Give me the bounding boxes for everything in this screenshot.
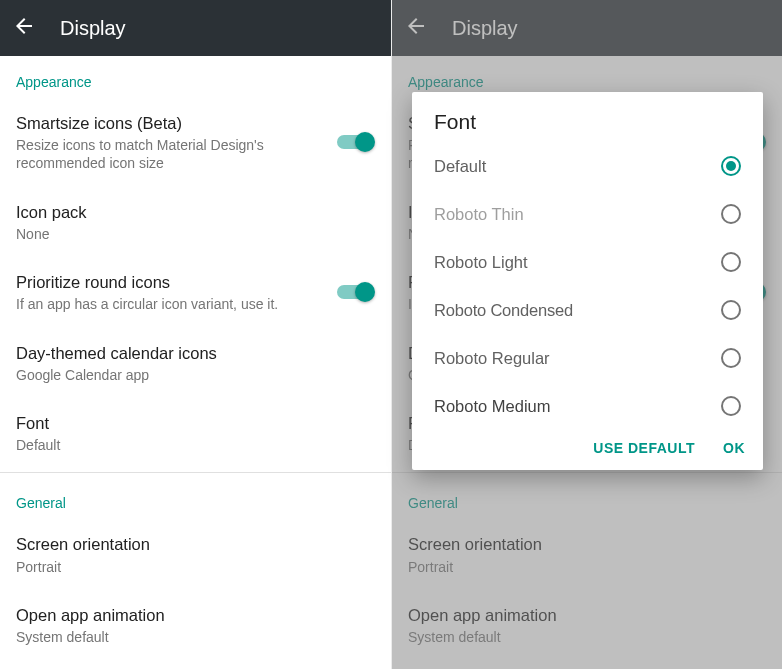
divider [0, 472, 391, 473]
item-sub: Google Calendar app [16, 366, 375, 384]
font-option-default[interactable]: Default [412, 142, 763, 190]
item-sub: Portrait [16, 558, 375, 576]
item-title: Screen orientation [16, 533, 375, 555]
ok-button[interactable]: OK [723, 440, 745, 456]
toggle-smartsize[interactable] [337, 132, 375, 152]
section-general: General [0, 477, 391, 519]
radio-icon [721, 204, 741, 224]
item-sub: System default [16, 628, 375, 646]
item-title: Open app animation [16, 604, 375, 626]
item-font[interactable]: Font Default [0, 398, 391, 468]
option-label: Roboto Regular [434, 349, 721, 368]
radio-icon [721, 300, 741, 320]
item-iconpack[interactable]: Icon pack None [0, 187, 391, 257]
font-dialog: Font Default Roboto Thin Roboto Light Ro… [412, 92, 763, 470]
item-calendar[interactable]: Day-themed calendar icons Google Calenda… [0, 328, 391, 398]
radio-icon [721, 252, 741, 272]
font-option-thin[interactable]: Roboto Thin [412, 190, 763, 238]
use-default-button[interactable]: USE DEFAULT [593, 440, 695, 456]
item-sub: If an app has a circular icon variant, u… [16, 295, 329, 313]
item-title: Prioritize round icons [16, 271, 329, 293]
section-appearance: Appearance [0, 56, 391, 98]
radio-icon [721, 348, 741, 368]
option-label: Default [434, 157, 721, 176]
item-roundicons[interactable]: Prioritize round icons If an app has a c… [0, 257, 391, 327]
dialog-title: Font [412, 110, 763, 142]
appbar: Display [0, 0, 391, 56]
item-title: Icon pack [16, 201, 375, 223]
option-label: Roboto Condensed [434, 301, 721, 320]
appbar-title: Display [60, 17, 126, 40]
item-sub: Resize icons to match Material Design's … [16, 136, 329, 172]
radio-icon [721, 396, 741, 416]
item-title: Day-themed calendar icons [16, 342, 375, 364]
dialog-actions: USE DEFAULT OK [412, 430, 763, 470]
item-sub: Default [16, 436, 375, 454]
font-option-light[interactable]: Roboto Light [412, 238, 763, 286]
option-label: Roboto Thin [434, 205, 721, 224]
font-option-regular[interactable]: Roboto Regular [412, 334, 763, 382]
option-label: Roboto Medium [434, 397, 721, 416]
left-pane: Display Appearance Smartsize icons (Beta… [0, 0, 391, 669]
toggle-roundicons[interactable] [337, 282, 375, 302]
radio-icon [721, 156, 741, 176]
right-pane: Display Appearance Smartsize icons (Beta… [391, 0, 782, 669]
item-title: Smartsize icons (Beta) [16, 112, 329, 134]
item-orientation[interactable]: Screen orientation Portrait [0, 519, 391, 589]
item-smartsize[interactable]: Smartsize icons (Beta) Resize icons to m… [0, 98, 391, 187]
content: Appearance Smartsize icons (Beta) Resize… [0, 56, 391, 669]
item-openanim[interactable]: Open app animation System default [0, 590, 391, 660]
option-label: Roboto Light [434, 253, 721, 272]
back-icon[interactable] [12, 14, 36, 42]
font-option-condensed[interactable]: Roboto Condensed [412, 286, 763, 334]
item-sub: None [16, 225, 375, 243]
item-title: Font [16, 412, 375, 434]
font-option-medium[interactable]: Roboto Medium [412, 382, 763, 430]
